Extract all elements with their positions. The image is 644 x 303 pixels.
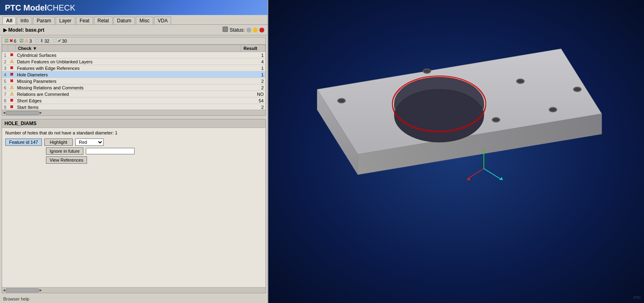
- tab-bar: All Info Param Layer Feat Relat Datum Mi…: [0, 15, 268, 25]
- h-scroll-right[interactable]: ▶: [39, 111, 42, 115]
- check-tbody: 1 ✖ Cylindrical Surfaces 1 2 ⚠ Datum Fea…: [2, 52, 265, 110]
- table-h-scrollbar[interactable]: ◀ ▶: [2, 110, 265, 115]
- table-row[interactable]: 1 ✖ Cylindrical Surfaces 1: [2, 52, 265, 58]
- tab-datum[interactable]: Datum: [113, 17, 135, 24]
- row-name: Short Edges: [15, 97, 241, 104]
- row-name: Cylindrical Surfaces: [15, 52, 241, 58]
- tab-vda[interactable]: VDA: [154, 17, 172, 24]
- row-name: Datum Features on Unblanked Layers: [15, 58, 241, 65]
- row-icon: ✖: [8, 52, 15, 58]
- table-row[interactable]: 8 ✖ Short Edges 54: [2, 97, 265, 104]
- row-result: 4: [241, 58, 265, 65]
- svg-point-18: [394, 89, 484, 142]
- left-panel: PTC ModelCHECK All Info Param Layer Feat…: [0, 0, 268, 303]
- svg-point-14: [493, 118, 499, 121]
- table-row[interactable]: 3 ✖ Features with Edge References 1: [2, 65, 265, 71]
- col-check: Check ▼: [15, 45, 241, 52]
- row-num: 5: [2, 78, 8, 84]
- table-row[interactable]: 7 ⚠ Relations are Commented NO: [2, 91, 265, 97]
- app-title-bold: PTC Model: [5, 3, 47, 12]
- tab-info[interactable]: Info: [17, 17, 32, 24]
- action-row-ignore: Ignore in future: [46, 147, 262, 155]
- row-icon: ⚠: [8, 91, 15, 97]
- row-num: 9: [2, 104, 8, 110]
- table-row[interactable]: 6 ⚠ Missing Relations and Comments 2: [2, 84, 265, 91]
- action-row-feature: Feature id 147 Highlight Red Blue Green …: [5, 139, 262, 146]
- app-header: PTC ModelCHECK: [0, 0, 268, 15]
- action-row-refs: View References: [46, 156, 262, 164]
- tab-all[interactable]: All: [2, 17, 16, 24]
- tab-param[interactable]: Param: [33, 17, 54, 24]
- row-name: Relations are Commented: [15, 91, 241, 97]
- detail-h-scroll-left[interactable]: ◀: [3, 288, 5, 292]
- highlight-button[interactable]: Highlight: [44, 139, 73, 146]
- row-name: Start Items: [15, 104, 241, 110]
- detail-h-scroll-thumb[interactable]: [6, 288, 39, 292]
- tab-misc[interactable]: Misc: [136, 17, 153, 24]
- check-section: ☑ ✖ 6 ☑ ⚠ 3 ☐ ⬇ 32 ☐ ✔ 30: [2, 37, 266, 116]
- detail-h-scrollbar[interactable]: ◀ ▶: [2, 287, 265, 293]
- check-table: Check ▼ Result 1 ✖ Cylindrical Surfaces …: [2, 45, 265, 110]
- row-num: 8: [2, 97, 8, 104]
- summary-error-icon: ✖: [9, 38, 13, 43]
- view-references-button[interactable]: View References: [46, 156, 87, 164]
- col-result: Result: [241, 45, 265, 52]
- row-icon: ⚠: [8, 58, 15, 65]
- app-title: PTC ModelCHECK: [5, 3, 75, 13]
- feature-id-button[interactable]: Feature id 147: [5, 139, 42, 146]
- row-result: 1: [241, 52, 265, 58]
- color-select[interactable]: Red Blue Green Yellow White: [75, 139, 104, 146]
- model-bar: ▶ Model: base.prt Status:: [0, 25, 268, 35]
- model-name: ▶ Model: base.prt: [3, 27, 44, 33]
- summary-error-count: 6: [14, 39, 16, 43]
- table-row[interactable]: 9 ✖ Start Items 2: [2, 104, 265, 110]
- tab-feat[interactable]: Feat: [76, 17, 93, 24]
- row-icon: ✖: [8, 78, 15, 84]
- viewport-svg: [268, 0, 644, 303]
- summary-ok-group: ☐ ✔ 30: [53, 38, 67, 43]
- summary-warn-icon: ⚠: [24, 38, 28, 43]
- summary-dl-box: ☐: [35, 38, 39, 43]
- svg-point-8: [424, 69, 430, 73]
- check-table-scroll[interactable]: Check ▼ Result 1 ✖ Cylindrical Surfaces …: [2, 45, 265, 110]
- detail-h-scroll-right[interactable]: ▶: [39, 288, 42, 292]
- row-name: Features with Edge References: [15, 65, 241, 71]
- row-name: Hole Diameters: [15, 71, 241, 78]
- summary-ok-count: 30: [62, 39, 67, 43]
- table-row[interactable]: 5 ✖ Missing Parameters 2: [2, 78, 265, 84]
- row-num: 7: [2, 91, 8, 97]
- detail-scroll[interactable]: Number of holes that do not have a stand…: [2, 128, 265, 287]
- table-row[interactable]: 4 ✖ Hole Diameters 1: [2, 71, 265, 78]
- tab-relat[interactable]: Relat: [94, 17, 113, 24]
- h-scroll-left[interactable]: ◀: [3, 111, 5, 115]
- status-dot-yellow: [253, 28, 258, 32]
- summary-dl-icon: ⬇: [40, 38, 44, 43]
- row-icon: ✖: [8, 97, 15, 104]
- ignore-text-input[interactable]: [86, 148, 135, 154]
- browser-help: Browser help: [0, 295, 268, 303]
- row-num: 2: [2, 58, 8, 65]
- tab-layer[interactable]: Layer: [56, 17, 75, 24]
- detail-content: Number of holes that do not have a stand…: [2, 128, 265, 166]
- ignore-in-future-button[interactable]: Ignore in future: [46, 147, 83, 155]
- row-icon: ⚠: [8, 84, 15, 91]
- row-icon: ✖: [8, 71, 15, 78]
- status-icon: [222, 26, 228, 33]
- table-row[interactable]: 2 ⚠ Datum Features on Unblanked Layers 4: [2, 58, 265, 65]
- app-title-normal: CHECK: [47, 3, 75, 12]
- row-name: Missing Parameters: [15, 78, 241, 84]
- row-icon: ✖: [8, 65, 15, 71]
- h-scroll-thumb[interactable]: [6, 111, 39, 115]
- row-num: 6: [2, 84, 8, 91]
- summary-check-icon: ☑: [4, 38, 9, 43]
- svg-point-12: [574, 88, 581, 91]
- watermark: PTC: [633, 296, 641, 300]
- status-area: Status:: [222, 26, 264, 33]
- status-dot-red: [259, 28, 264, 32]
- detail-actions: Feature id 147 Highlight Red Blue Green …: [5, 139, 262, 164]
- summary-warn-count: 3: [29, 39, 32, 43]
- summary-error-group: ☑ ✖ 6: [4, 38, 16, 43]
- row-result: NO: [241, 91, 265, 97]
- svg-rect-0: [223, 27, 228, 32]
- row-result: 54: [241, 97, 265, 104]
